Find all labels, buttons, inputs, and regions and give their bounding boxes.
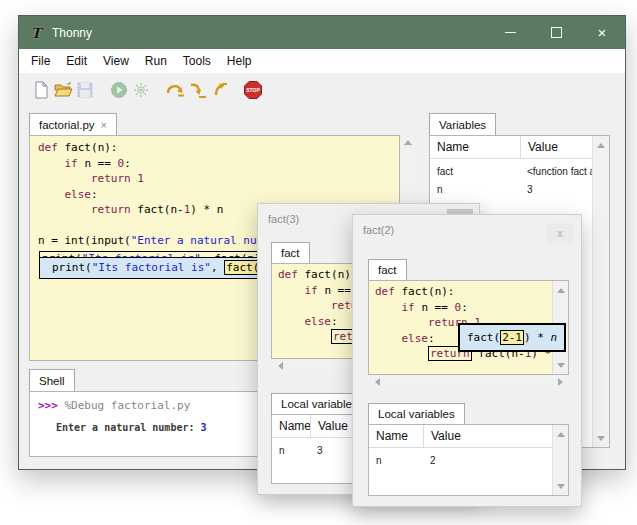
scroll-up-icon[interactable]: [593, 138, 609, 152]
var-name: fact: [430, 166, 520, 177]
col-name: Name: [272, 415, 310, 437]
menubar: File Edit View Run Tools Help: [19, 49, 625, 73]
shell-magic-command: %Debug factorial.py: [65, 399, 191, 412]
window-title: Thonny: [52, 26, 92, 40]
col-value: Value: [423, 425, 553, 447]
variable-row[interactable]: fact <function fact a: [430, 166, 609, 177]
current-statement-box: print("Its factorial is", fact(n)) print…: [39, 251, 273, 279]
thonny-logo-icon: T: [28, 25, 44, 41]
maximize-icon: [551, 27, 562, 38]
frame-window-fact2: fact(2) x fact def fact(n): if n == 0: r…: [352, 214, 582, 507]
col-name: Name: [369, 425, 423, 447]
frame-tab-label: fact: [378, 264, 397, 276]
new-file-button[interactable]: [30, 79, 52, 101]
tab-fact[interactable]: fact: [271, 242, 310, 263]
evaluated-expression-box: fact(2-1) * n: [458, 323, 566, 352]
locals-header: Name Value: [369, 425, 568, 448]
scroll-down-icon[interactable]: [553, 358, 568, 372]
focus-pre: print(: [52, 261, 92, 274]
step-over-button[interactable]: [164, 79, 186, 101]
frame-title[interactable]: fact(3): [268, 213, 299, 225]
variables-tab-label: Variables: [439, 119, 486, 131]
tab-shell[interactable]: Shell: [29, 369, 75, 391]
tab-fact[interactable]: fact: [368, 259, 407, 280]
tab-close-icon[interactable]: ×: [101, 119, 107, 131]
tab-factorial-py[interactable]: factorial.py ×: [29, 113, 117, 135]
run-script-icon: [110, 81, 128, 99]
frame-hscrollbar[interactable]: [368, 375, 569, 389]
var-value: <function fact a: [520, 166, 592, 177]
eval-pre: fact(: [467, 331, 500, 344]
open-file-button[interactable]: [52, 79, 74, 101]
evaluated-token: 2-1: [500, 330, 524, 345]
covered-code-line: print("Its factorial is", fact(n)): [40, 252, 272, 257]
locals-vscrollbar[interactable]: [552, 425, 568, 495]
scroll-down-icon[interactable]: [593, 431, 609, 445]
col-name: Name: [430, 136, 520, 158]
stop-button[interactable]: STOP: [242, 79, 264, 101]
debug-script-icon: [132, 81, 150, 99]
tab-local-variables[interactable]: Local variables: [368, 403, 465, 424]
local-variable-row[interactable]: n 2: [369, 455, 568, 466]
debug-script-button[interactable]: [130, 79, 152, 101]
tab-label: factorial.py: [39, 119, 95, 131]
desktop: T Thonny × File Edit View Run Tools Help: [0, 0, 637, 525]
close-button[interactable]: ×: [579, 16, 625, 49]
var-name: n: [272, 445, 310, 456]
svg-text:STOP: STOP: [246, 87, 260, 93]
menu-run[interactable]: Run: [137, 51, 175, 71]
step-out-button[interactable]: [208, 79, 230, 101]
menu-edit[interactable]: Edit: [58, 51, 95, 71]
scroll-up-icon[interactable]: [400, 135, 416, 149]
step-out-icon: [210, 81, 228, 99]
var-name: n: [430, 184, 520, 195]
scroll-down-icon[interactable]: [553, 479, 568, 493]
variable-row[interactable]: n 3: [430, 184, 609, 195]
shell-tab-label: Shell: [39, 375, 65, 387]
stop-icon: STOP: [243, 80, 263, 100]
eval-var: n: [551, 331, 558, 344]
locals-tab-label: Local variables: [378, 408, 455, 420]
minimize-icon: [505, 32, 516, 33]
menu-view[interactable]: View: [95, 51, 137, 71]
titlebar[interactable]: T Thonny ×: [19, 16, 625, 49]
variables-header: Name Value: [430, 136, 609, 159]
save-file-icon: [76, 81, 94, 99]
menu-help[interactable]: Help: [219, 51, 260, 71]
step-into-icon: [187, 81, 207, 99]
shell-prompt: >>>: [38, 399, 65, 412]
tab-variables[interactable]: Variables: [429, 113, 496, 135]
step-over-icon: [165, 81, 185, 99]
col-value: Value: [520, 136, 593, 158]
frame-tab-label: fact: [281, 247, 300, 259]
user-input: 3: [201, 422, 207, 433]
focus-string: "Its factorial is": [92, 261, 211, 274]
scroll-up-icon[interactable]: [553, 283, 568, 297]
scroll-left-icon[interactable]: [370, 375, 384, 389]
eval-post: ) *: [524, 331, 551, 344]
program-output: Enter a natural number:: [56, 422, 201, 433]
locals-tab-label: Local variables: [281, 398, 358, 410]
frame-close-button[interactable]: x: [547, 223, 573, 243]
focused-statement: print("Its factorial is", fact(3)): [40, 257, 272, 278]
var-name: n: [369, 455, 423, 466]
menu-tools[interactable]: Tools: [175, 51, 219, 71]
step-into-button[interactable]: [186, 79, 208, 101]
menu-file[interactable]: File: [23, 51, 58, 71]
scroll-left-icon[interactable]: [273, 359, 287, 373]
locals-panel: Name Value n 2: [368, 424, 569, 496]
minimize-button[interactable]: [487, 16, 533, 49]
var-value: 2: [423, 455, 552, 466]
close-icon: ×: [598, 25, 607, 40]
scroll-right-icon[interactable]: [553, 375, 567, 389]
run-script-button[interactable]: [108, 79, 130, 101]
scroll-up-icon[interactable]: [553, 427, 568, 441]
maximize-button[interactable]: [533, 16, 579, 49]
save-file-button[interactable]: [74, 79, 96, 101]
var-value: 3: [520, 184, 592, 195]
variables-vscrollbar[interactable]: [592, 136, 609, 447]
open-file-icon: [54, 81, 73, 99]
frame-title[interactable]: fact(2): [363, 224, 394, 236]
toolbar: STOP: [19, 73, 625, 106]
focus-mid: ,: [211, 261, 224, 274]
